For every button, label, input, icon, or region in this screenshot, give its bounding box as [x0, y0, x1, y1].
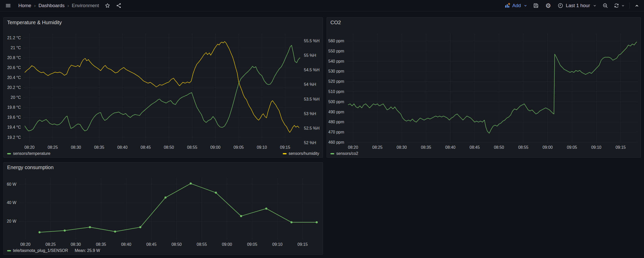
panel-title-co2[interactable]: CO2 — [327, 18, 641, 27]
toolbar-divider — [629, 3, 630, 9]
favorite-dashboard-button[interactable] — [103, 2, 112, 10]
zoom-out-time-button[interactable] — [601, 2, 609, 10]
svg-text:20.8 °C: 20.8 °C — [7, 56, 21, 60]
panel-title-energy[interactable]: Energy consumption — [4, 162, 323, 172]
add-panel-button[interactable]: Add — [505, 3, 528, 8]
chevron-down-icon[interactable] — [621, 3, 625, 8]
legend-label-energy: tele/tasmota_plug_1/SENSOR — [13, 248, 68, 253]
legend-item-energy[interactable]: tele/tasmota_plug_1/SENSOR Mean: 25.9 W — [7, 248, 100, 253]
legend-label-co2: sensors/co2 — [336, 151, 358, 156]
svg-text:19.2 °C: 19.2 °C — [7, 135, 21, 140]
legend-swatch-energy — [7, 250, 11, 251]
svg-text:09:00: 09:00 — [222, 242, 232, 247]
panel-title-temperature-humidity[interactable]: Temperature & Humidity — [4, 18, 323, 27]
chart-co2[interactable]: 08:2008:2508:3008:3508:4008:4508:5008:55… — [327, 27, 641, 150]
legend-swatch-co2 — [330, 153, 334, 154]
panel-add-icon — [505, 3, 510, 8]
svg-text:40 W: 40 W — [7, 200, 17, 205]
breadcrumb-separator: › — [34, 3, 36, 8]
legend-item-co2[interactable]: sensors/co2 — [330, 151, 358, 156]
legend-swatch-humidity — [283, 153, 287, 154]
svg-text:09:00: 09:00 — [543, 145, 553, 150]
svg-text:08:50: 08:50 — [494, 145, 504, 150]
svg-text:09:05: 09:05 — [234, 145, 244, 150]
chart-temperature-humidity[interactable]: 08:2008:2508:3008:3508:4008:4508:5008:55… — [4, 27, 323, 150]
legend-energy: tele/tasmota_plug_1/SENSOR Mean: 25.9 W — [7, 247, 319, 254]
svg-text:20 °C: 20 °C — [11, 95, 21, 100]
breadcrumb-dashboards[interactable]: Dashboards — [38, 3, 64, 8]
clock-icon — [557, 3, 564, 9]
svg-text:09:15: 09:15 — [298, 242, 308, 247]
svg-text:490 ppm: 490 ppm — [328, 110, 344, 114]
svg-text:54.5 %H: 54.5 %H — [304, 68, 319, 72]
svg-text:19.8 °C: 19.8 °C — [7, 105, 21, 110]
svg-text:08:40: 08:40 — [121, 242, 131, 247]
chevron-down-icon — [523, 3, 528, 8]
panel-co2: CO2 08:2008:2508:3008:3508:4008:4508:500… — [327, 17, 641, 158]
svg-text:21 °C: 21 °C — [11, 46, 21, 50]
menu-toggle-button[interactable] — [4, 2, 12, 10]
breadcrumb: Home › Dashboards › Environment — [18, 3, 99, 8]
svg-text:19.4 °C: 19.4 °C — [7, 125, 21, 129]
refresh-icon — [613, 3, 620, 9]
save-dashboard-button[interactable] — [532, 2, 540, 10]
time-range-picker[interactable]: Last 1 hour — [557, 3, 597, 9]
zoom-out-icon — [602, 3, 608, 9]
chevron-down-icon — [592, 3, 597, 8]
svg-text:08:35: 08:35 — [94, 145, 104, 150]
save-icon — [533, 3, 539, 9]
breadcrumb-home[interactable]: Home — [18, 3, 31, 8]
svg-text:08:55: 08:55 — [197, 242, 207, 247]
breadcrumb-environment[interactable]: Environment — [72, 3, 99, 8]
panel-title: CO2 — [330, 20, 341, 25]
svg-text:540 ppm: 540 ppm — [328, 59, 344, 63]
svg-text:530 ppm: 530 ppm — [328, 69, 344, 73]
dashboard-settings-button[interactable]: ⚙ — [544, 2, 552, 10]
panel-title: Temperature & Humidity — [7, 20, 62, 25]
panel-title: Energy consumption — [7, 165, 53, 170]
svg-text:52 %H: 52 %H — [304, 141, 316, 145]
svg-text:460 ppm: 460 ppm — [328, 140, 344, 144]
legend-mean-energy: Mean: 25.9 W — [75, 248, 100, 253]
hamburger-menu-icon — [5, 3, 11, 9]
top-nav-bar: Home › Dashboards › Environment — [0, 0, 644, 11]
breadcrumb-separator: › — [67, 3, 69, 8]
legend-co2: sensors/co2 — [330, 150, 637, 157]
legend-item-temperature[interactable]: sensors/temperature — [7, 151, 50, 156]
settings-gear-icon: ⚙ — [545, 3, 551, 9]
svg-text:09:05: 09:05 — [567, 145, 577, 150]
svg-text:08:30: 08:30 — [397, 145, 407, 150]
svg-text:08:25: 08:25 — [48, 145, 58, 150]
svg-text:09:10: 09:10 — [591, 145, 601, 150]
svg-text:08:45: 08:45 — [469, 145, 480, 150]
svg-text:550 ppm: 550 ppm — [328, 49, 344, 53]
svg-text:55 %H: 55 %H — [304, 53, 316, 58]
svg-text:08:45: 08:45 — [146, 242, 156, 247]
legend-item-humidity[interactable]: sensors/humidity — [283, 151, 319, 156]
legend-label-humidity: sensors/humidity — [289, 151, 319, 156]
svg-text:08:55: 08:55 — [518, 145, 528, 150]
svg-text:480 ppm: 480 ppm — [328, 120, 344, 124]
svg-text:09:00: 09:00 — [210, 145, 220, 150]
svg-text:08:50: 08:50 — [171, 242, 182, 247]
svg-text:08:30: 08:30 — [71, 242, 81, 247]
svg-text:520 ppm: 520 ppm — [328, 79, 344, 84]
collapse-toolbar-button[interactable] — [634, 2, 640, 10]
add-button-label: Add — [512, 3, 521, 8]
svg-text:09:10: 09:10 — [257, 145, 267, 150]
svg-text:08:45: 08:45 — [141, 145, 151, 150]
refresh-dashboard-button[interactable] — [613, 3, 625, 9]
legend-temperature-humidity: sensors/temperature sensors/humidity — [7, 150, 319, 157]
panel-energy-consumption: Energy consumption 08:2008:2508:3008:350… — [3, 162, 323, 255]
svg-text:19.6 °C: 19.6 °C — [7, 115, 21, 119]
svg-text:08:35: 08:35 — [96, 242, 106, 247]
chevron-up-icon — [634, 3, 640, 9]
chart-energy[interactable]: 08:2008:2508:3008:3508:4008:4508:5008:55… — [4, 172, 323, 247]
legend-label-temperature: sensors/temperature — [13, 151, 50, 156]
svg-text:500 ppm: 500 ppm — [328, 100, 344, 104]
svg-text:52.5 %H: 52.5 %H — [304, 126, 319, 130]
svg-text:08:35: 08:35 — [421, 145, 431, 150]
legend-swatch-temperature — [7, 153, 11, 154]
share-dashboard-button[interactable] — [115, 2, 123, 10]
star-icon — [104, 3, 111, 9]
